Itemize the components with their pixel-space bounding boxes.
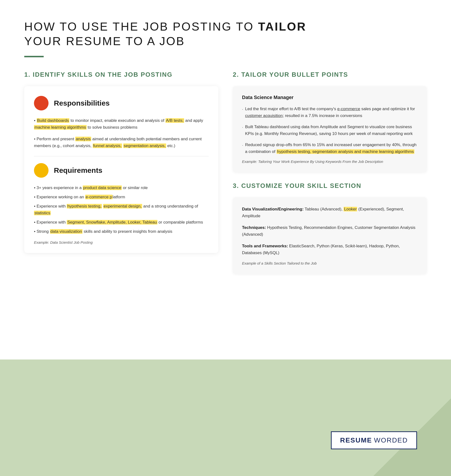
two-column-layout: 1. IDENTIFY SKILLS ON THE JOB POSTING Re… xyxy=(24,71,427,284)
bullet-dot-2: · xyxy=(242,124,243,131)
skill-label-2: Techniques: xyxy=(242,225,266,230)
section2-card-title: Data Science Manager xyxy=(242,95,418,100)
highlight-data-viz: data visualization xyxy=(50,229,82,234)
highlight-analysis: analysis xyxy=(75,137,91,141)
section2-bullet-1: · Led the first major effort to A/B test… xyxy=(242,106,418,119)
responsibility-bullet-2: • Perform and present analysis aimed at … xyxy=(34,136,209,149)
card-separator xyxy=(34,156,209,156)
highlight-experimental-design: experimental design, xyxy=(103,204,142,209)
right-column: 2. TAILOR YOUR BULLET POINTS Data Scienc… xyxy=(233,71,427,284)
section2-bullet-1-text: Led the first major effort to A/B test t… xyxy=(245,106,418,119)
section2-card: Data Science Manager · Led the first maj… xyxy=(233,86,427,172)
logo-box: RESUME WORDED xyxy=(331,431,417,449)
main-title: HOW TO USE THE JOB POSTING TO TAILOR YOU… xyxy=(24,19,427,49)
bullet-dot-3: · xyxy=(242,142,243,149)
req-4: • Experience with Segment, Snowflake, Am… xyxy=(34,219,209,226)
title-bold: TAILOR xyxy=(258,20,306,33)
logo-area: RESUME WORDED xyxy=(331,431,417,449)
highlight-hypothesis-testing: hypothesis testing, xyxy=(67,204,102,209)
highlight-funnel-analysis: funnel analysis, xyxy=(93,143,122,148)
highlight-ecommerce-underline: e-commerce xyxy=(337,107,360,111)
skill-label-3: Tools and Frameworks: xyxy=(242,244,288,248)
highlight-product-data-science: product data science xyxy=(83,185,122,190)
section1-example: Example: Data Scientist Job Posting xyxy=(34,240,209,244)
section3-card: Data Visualization/Engineering: Tableau … xyxy=(233,197,427,274)
logo-resume-text: RESUME xyxy=(340,436,372,444)
req-3: • Experience with hypothesis testing, ex… xyxy=(34,203,209,217)
req-2: • Experience working on an e-commerce pl… xyxy=(34,194,209,200)
section3-skill-1: Data Visualization/Engineering: Tableau … xyxy=(242,206,418,219)
highlight-ecommerce-platform: e-commerce p xyxy=(85,195,113,199)
title-line1: HOW TO USE THE JOB POSTING TO xyxy=(24,20,254,33)
highlight-segment-snowflake: Segment, Snowflake, Amplitude, Looker, T… xyxy=(67,220,157,225)
section2-bullet-3: · Reduced signup drop-offs from 65% to 1… xyxy=(242,142,418,155)
skill-label-1: Data Visualization/Engineering: xyxy=(242,207,304,211)
section2-example: Example: Tailoring Your Work Experience … xyxy=(242,159,418,164)
main-content: HOW TO USE THE JOB POSTING TO TAILOR YOU… xyxy=(0,0,451,284)
highlight-build-dashboards: Build dashboards xyxy=(37,118,69,123)
highlight-customer-acq: customer acquisition xyxy=(245,113,283,118)
highlight-ab-tests: A/B tests; xyxy=(165,118,184,123)
highlight-looker: Looker xyxy=(344,207,357,211)
req-1: • 3+ years experience in a product data … xyxy=(34,184,209,191)
section3-skill-3: Tools and Frameworks: ElasticSearch, Pyt… xyxy=(242,243,418,256)
responsibilities-title: Responsibilities xyxy=(54,99,110,107)
requirements-title: Requirements xyxy=(54,166,102,175)
section3-example: Example of a Skills Section Tailored to … xyxy=(242,261,418,265)
section2-bullet-2-text: Built Tableau dashboard using data from … xyxy=(245,124,418,137)
section2-bullet-3-text: Reduced signup drop-offs from 65% to 15%… xyxy=(245,142,418,155)
section2-bullet-2: · Built Tableau dashboard using data fro… xyxy=(242,124,418,137)
section3-heading: 3. CUSTOMIZE YOUR SKILL SECTION xyxy=(233,182,427,190)
red-circle-icon xyxy=(34,96,49,110)
bullet-dot-1: · xyxy=(242,106,243,113)
responsibility-bullet-1: • Build dashboards to monitor impact, en… xyxy=(34,117,209,131)
section1-heading: 1. IDENTIFY SKILLS ON THE JOB POSTING xyxy=(24,71,218,79)
title-underline xyxy=(24,56,44,57)
section3-skill-2: Techniques: Hypothesis Testing, Recommen… xyxy=(242,224,418,238)
highlight-ml-algorithms: machine learning algorithms xyxy=(34,125,87,130)
requirements-header: Requirements xyxy=(34,163,209,178)
highlight-segmentation-analysis: segmentation analysis, xyxy=(123,143,166,148)
highlight-hyp-test: hypothesis testing, segmentation analysi… xyxy=(277,149,414,154)
yellow-circle-icon xyxy=(34,163,49,178)
highlight-statistics: statistics xyxy=(34,211,51,215)
logo-worded-text: WORDED xyxy=(374,436,408,444)
responsibilities-header: Responsibilities xyxy=(34,96,209,110)
title-line2: YOUR RESUME TO A JOB xyxy=(24,35,185,48)
section2-heading: 2. TAILOR YOUR BULLET POINTS xyxy=(233,71,427,79)
left-card: Responsibilities • Build dashboards to m… xyxy=(24,86,218,253)
left-column: 1. IDENTIFY SKILLS ON THE JOB POSTING Re… xyxy=(24,71,218,253)
req-5: • Strong data visualization skills and a… xyxy=(34,228,209,235)
